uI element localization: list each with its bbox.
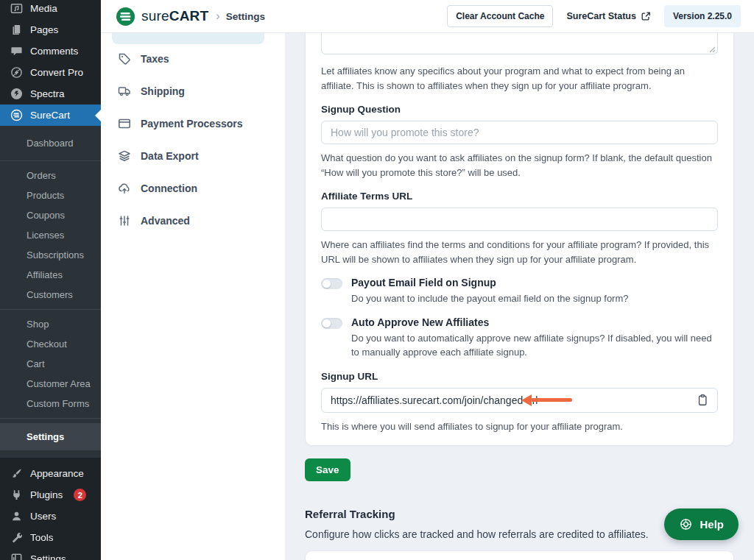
clear-account-cache-button[interactable]: Clear Account Cache xyxy=(447,5,553,27)
affiliate-terms-url-help: Where can affiliates find the terms and … xyxy=(321,238,718,266)
submenu-item-licenses[interactable]: Licenses xyxy=(0,225,101,245)
subsidebar-item-data-export[interactable]: Data Export xyxy=(101,143,285,169)
affiliate-settings-card: Let affiliates know any specifics about … xyxy=(305,33,734,446)
active-menu-notch xyxy=(95,110,101,121)
media-icon xyxy=(10,1,24,15)
program-details-textarea[interactable] xyxy=(321,33,718,54)
submenu-item-affiliates[interactable]: Affiliates xyxy=(0,265,101,285)
save-button[interactable]: Save xyxy=(305,458,350,481)
surecart-logo-icon xyxy=(116,7,135,26)
resize-handle[interactable] xyxy=(709,46,716,53)
subsidebar-item-shipping[interactable]: Shipping xyxy=(101,78,285,104)
help-button-label: Help xyxy=(700,518,724,531)
convert-pro-icon xyxy=(10,65,24,79)
submenu-item-checkout[interactable]: Checkout xyxy=(0,334,101,354)
sidebar-item-pages[interactable]: Pages xyxy=(0,19,101,40)
sidebar-item-users[interactable]: Users xyxy=(0,506,101,527)
sidebar-item-tools[interactable]: Tools xyxy=(0,527,101,548)
subsidebar-item-label: Connection xyxy=(141,182,197,194)
sidebar-item-media[interactable]: Media xyxy=(0,0,101,19)
submenu-divider xyxy=(0,309,101,310)
payout-email-toggle-label: Payout Email Field on Signup xyxy=(351,277,629,288)
copy-clipboard-icon[interactable] xyxy=(697,394,708,407)
submenu-divider xyxy=(0,418,101,419)
signup-question-label: Signup Question xyxy=(321,104,718,115)
sidebar-item-label: Media xyxy=(30,3,57,14)
payout-email-toggle-row: Payout Email Field on Signup Do you want… xyxy=(321,277,718,306)
submenu-divider xyxy=(0,160,101,161)
sidebar-item-label: Settings xyxy=(30,553,66,560)
subsidebar-item-label: Payment Processors xyxy=(141,118,243,130)
truck-icon xyxy=(118,85,131,98)
submenu-item-cart[interactable]: Cart xyxy=(0,354,101,374)
program-details-help: Let affiliates know any specifics about … xyxy=(321,64,718,93)
submenu-item-customer-area[interactable]: Customer Area xyxy=(0,374,101,394)
sidebar-item-plugins[interactable]: Plugins 2 xyxy=(0,484,101,506)
appearance-icon xyxy=(10,467,24,481)
submenu-item-settings[interactable]: Settings xyxy=(0,423,101,450)
payout-email-toggle-help: Do you want to include the payout email … xyxy=(351,291,629,306)
submenu-item-orders[interactable]: Orders xyxy=(0,166,101,185)
sidebar-item-spectra[interactable]: Spectra xyxy=(0,83,101,104)
signup-question-help: What question do you want to ask affilia… xyxy=(321,151,718,180)
sidebar-item-label: Tools xyxy=(30,532,54,543)
subsidebar-item-label: Taxes xyxy=(141,53,169,65)
signup-url-input[interactable] xyxy=(321,388,718,413)
payout-email-toggle[interactable] xyxy=(321,278,342,289)
sidebar-item-label: SureCart xyxy=(30,110,70,121)
submenu-item-coupons[interactable]: Coupons xyxy=(0,205,101,225)
sidebar-item-label: Plugins xyxy=(30,489,63,500)
surecart-logo[interactable]: sureCART xyxy=(116,7,208,26)
plugins-update-badge: 2 xyxy=(74,489,86,501)
sidebar-item-settings[interactable]: Settings xyxy=(0,548,101,560)
sidebar-item-convert-pro[interactable]: Convert Pro xyxy=(0,62,101,83)
submenu-item-customers[interactable]: Customers xyxy=(0,285,101,305)
sidebar-item-label: Comments xyxy=(30,46,78,57)
version-badge: Version 2.25.0 xyxy=(664,5,741,27)
sidebar-item-appearance[interactable]: Appearance xyxy=(0,463,101,484)
surecart-icon xyxy=(10,108,24,122)
layers-icon xyxy=(118,149,131,163)
settings-subsidebar: Taxes Shipping Payment Processors Data E… xyxy=(101,33,285,560)
subsidebar-item-advanced[interactable]: Advanced xyxy=(101,208,285,234)
sidebar-item-label: Appearance xyxy=(30,468,84,479)
subsidebar-item-connection[interactable]: Connection xyxy=(101,175,285,202)
pages-icon xyxy=(10,23,24,37)
sidebar-item-comments[interactable]: Comments xyxy=(0,40,101,62)
comments-icon xyxy=(10,44,24,58)
help-button[interactable]: Help xyxy=(664,508,739,540)
tag-icon xyxy=(118,52,131,65)
settings-icon xyxy=(10,552,24,560)
sidebar-item-label: Convert Pro xyxy=(30,67,83,78)
surecart-status-link[interactable]: SureCart Status xyxy=(566,11,650,21)
surecart-status-label: SureCart Status xyxy=(566,11,635,21)
surecart-submenu: Dashboard Orders Products Coupons Licens… xyxy=(0,126,101,458)
subsidebar-item-taxes[interactable]: Taxes xyxy=(101,46,285,72)
submenu-item-dashboard[interactable]: Dashboard xyxy=(0,130,101,156)
submenu-item-products[interactable]: Products xyxy=(0,185,101,205)
subsidebar-item-label: Advanced xyxy=(141,215,190,227)
affiliate-terms-url-input[interactable] xyxy=(321,208,718,231)
signup-question-input[interactable] xyxy=(321,121,718,144)
auto-approve-toggle[interactable] xyxy=(321,318,342,329)
breadcrumb: Settings xyxy=(226,11,265,22)
subsidebar-item-payment-processors[interactable]: Payment Processors xyxy=(101,110,285,137)
plugins-icon xyxy=(10,488,24,502)
auto-approve-toggle-label: Auto Approve New Affiliates xyxy=(351,316,718,328)
sidebar-item-label: Users xyxy=(30,511,56,522)
wp-admin-sidebar: Media Pages Comments Convert Pro Spectra xyxy=(0,0,101,560)
cloud-upload-icon xyxy=(118,182,131,195)
signup-url-label: Signup URL xyxy=(321,371,718,382)
spectra-icon xyxy=(10,87,24,101)
tools-icon xyxy=(10,531,24,545)
sidebar-item-surecart[interactable]: SureCart xyxy=(0,104,101,126)
auto-approve-toggle-row: Auto Approve New Affiliates Do you want … xyxy=(321,316,718,360)
sidebar-item-label: Spectra xyxy=(30,88,65,99)
submenu-item-subscriptions[interactable]: Subscriptions xyxy=(0,245,101,265)
submenu-item-custom-forms[interactable]: Custom Forms xyxy=(0,394,101,414)
referral-tracking-card: Tracking Track affiliate referrals on th… xyxy=(305,550,734,560)
submenu-item-shop[interactable]: Shop xyxy=(0,314,101,334)
breadcrumb-chevron: › xyxy=(216,10,219,23)
users-icon xyxy=(10,509,24,523)
lifebuoy-icon xyxy=(679,517,693,531)
